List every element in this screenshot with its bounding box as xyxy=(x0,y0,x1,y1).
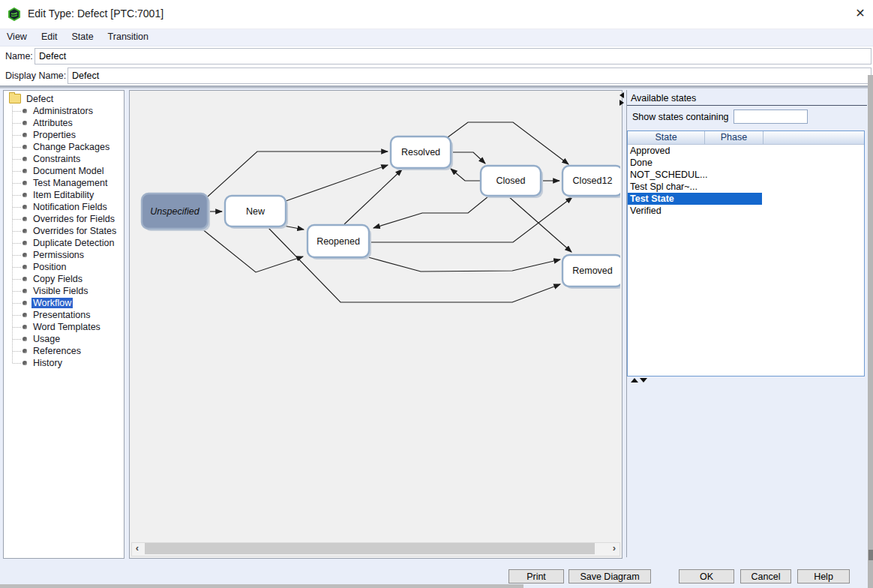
transition-new-to-resolved[interactable] xyxy=(286,165,388,201)
tree-item-visible-fields[interactable]: Visible Fields xyxy=(4,285,124,297)
menu-view[interactable]: View xyxy=(0,29,34,42)
svg-text:Reopened: Reopened xyxy=(316,236,360,247)
cancel-button[interactable]: Cancel xyxy=(740,569,791,584)
scroll-right-icon[interactable]: › xyxy=(609,543,620,554)
name-label: Name: xyxy=(5,51,33,62)
splitter-expand-right-icon[interactable] xyxy=(620,100,624,106)
tree-item-position[interactable]: Position xyxy=(4,261,124,273)
diagram-horizontal-scrollbar[interactable]: ‹ › xyxy=(131,542,620,556)
state-node-closed[interactable]: Closed xyxy=(481,166,543,198)
type-tree-panel: DefectAdministratorsAttributesProperties… xyxy=(3,90,124,559)
tree-item-test-management[interactable]: Test Management xyxy=(4,177,124,189)
tree-item-workflow[interactable]: Workflow xyxy=(4,297,124,309)
bullet-icon xyxy=(22,265,27,269)
save-diagram-button[interactable]: Save Diagram xyxy=(568,569,651,584)
bullet-icon xyxy=(22,337,27,341)
tree-item-attributes[interactable]: Attributes xyxy=(4,117,124,129)
state-node-resolved[interactable]: Resolved xyxy=(391,136,453,170)
menu-edit[interactable]: Edit xyxy=(34,29,65,42)
header-underline xyxy=(627,105,867,106)
available-states-panel: Available states Show states containing … xyxy=(626,90,867,557)
tree-item-overrides-for-fields[interactable]: Overrides for Fields xyxy=(4,213,124,225)
svg-text:Unspecified: Unspecified xyxy=(150,206,200,217)
tree-item-administrators[interactable]: Administrators xyxy=(4,105,124,117)
bullet-icon xyxy=(22,313,27,317)
tree-item-document-model[interactable]: Document Model xyxy=(4,165,124,177)
help-button[interactable]: Help xyxy=(797,569,850,584)
tree-item-properties[interactable]: Properties xyxy=(4,129,124,141)
name-input[interactable] xyxy=(34,48,872,64)
state-node-reopened[interactable]: Reopened xyxy=(308,225,371,260)
states-filter-input[interactable] xyxy=(734,110,808,124)
transition-resolved-to-closed12[interactable] xyxy=(448,122,568,164)
tree-item-copy-fields[interactable]: Copy Fields xyxy=(4,273,124,285)
filter-label: Show states containing xyxy=(632,112,729,122)
print-button[interactable]: Print xyxy=(508,569,564,584)
window-edge-strip xyxy=(868,75,873,588)
tree-item-permissions[interactable]: Permissions xyxy=(4,249,124,261)
state-row-approved[interactable]: Approved xyxy=(628,145,864,157)
state-node-unspecified[interactable]: Unspecified xyxy=(142,194,210,231)
tree-item-change-packages[interactable]: Change Packages xyxy=(4,141,124,153)
available-states-title: Available states xyxy=(631,93,696,104)
bullet-icon xyxy=(22,253,27,257)
tree-item-presentations[interactable]: Presentations xyxy=(4,309,124,321)
title-bar: Edit Type: Defect [PTC:7001] ✕ xyxy=(0,0,873,29)
workflow-diagram-panel[interactable]: UnspecifiedNewReopenedResolvedClosedClos… xyxy=(129,90,622,559)
bullet-icon xyxy=(22,325,27,329)
transition-reopened-to-removed[interactable] xyxy=(368,257,560,272)
bullet-icon xyxy=(22,217,27,221)
state-row-verified[interactable]: Verified xyxy=(628,205,864,217)
svg-text:Removed: Removed xyxy=(572,266,613,276)
tree-item-constraints[interactable]: Constraints xyxy=(4,153,124,165)
state-node-closed12[interactable]: Closed12 xyxy=(562,166,620,198)
tree-item-usage[interactable]: Usage xyxy=(4,333,124,345)
state-row-test-spl-char[interactable]: Test Spl char~... xyxy=(628,181,864,193)
tree-item-word-templates[interactable]: Word Templates xyxy=(4,321,124,333)
ok-button[interactable]: OK xyxy=(679,569,734,584)
display-name-label: Display Name: xyxy=(5,70,66,81)
transition-unspecified-to-reopened[interactable] xyxy=(202,229,303,272)
column-header-state[interactable]: State xyxy=(628,131,705,144)
splitter-collapse-left-icon[interactable] xyxy=(620,92,624,98)
bullet-icon xyxy=(22,349,27,353)
menu-transition[interactable]: Transition xyxy=(101,29,156,42)
state-row-done[interactable]: Done xyxy=(628,157,864,169)
bullet-icon xyxy=(22,109,27,113)
tree-item-references[interactable]: References xyxy=(4,345,124,357)
scrollbar-thumb[interactable] xyxy=(145,543,595,554)
state-node-removed[interactable]: Removed xyxy=(562,255,620,289)
folder-icon xyxy=(9,94,21,104)
transition-unspecified-to-resolved[interactable] xyxy=(208,152,388,196)
scroll-left-icon[interactable]: ‹ xyxy=(132,543,142,554)
splitter-up-icon[interactable] xyxy=(631,378,638,382)
transition-new-to-reopened[interactable] xyxy=(284,226,304,230)
transition-closed-to-resolved[interactable] xyxy=(451,169,480,181)
menu-state[interactable]: State xyxy=(64,29,100,42)
bullet-icon xyxy=(22,241,27,245)
window-bottom-strip xyxy=(0,584,524,588)
tree-item-item-editability[interactable]: Item Editability xyxy=(4,189,124,201)
svg-text:Closed12: Closed12 xyxy=(573,176,613,186)
tree-item-history[interactable]: History xyxy=(4,357,124,369)
tree-item-duplicate-detection[interactable]: Duplicate Detection xyxy=(4,237,124,249)
close-button[interactable]: ✕ xyxy=(852,5,868,22)
transition-resolved-to-closed[interactable] xyxy=(452,152,485,164)
state-row-test-state[interactable]: Test State xyxy=(628,193,762,205)
splitter-down-icon[interactable] xyxy=(640,378,647,382)
transition-closed-to-reopened[interactable] xyxy=(374,196,488,228)
bullet-icon xyxy=(22,121,27,125)
window-title: Edit Type: Defect [PTC:7001] xyxy=(28,8,164,20)
bullet-icon xyxy=(22,361,27,365)
tree-root[interactable]: Defect xyxy=(4,93,124,105)
state-node-new[interactable]: New xyxy=(225,196,288,229)
tree-item-overrides-for-states[interactable]: Overrides for States xyxy=(4,225,124,237)
column-header-phase[interactable]: Phase xyxy=(705,131,764,144)
workflow-diagram: UnspecifiedNewReopenedResolvedClosedClos… xyxy=(130,91,620,541)
display-name-input[interactable] xyxy=(68,68,872,84)
state-row-not-schedul[interactable]: NOT_SCHEDUL... xyxy=(628,169,864,181)
tree-item-notification-fields[interactable]: Notification Fields xyxy=(4,201,124,213)
bullet-icon xyxy=(22,277,27,281)
menu-bar: ViewEditStateTransition xyxy=(0,29,873,46)
tree-root-label[interactable]: Defect xyxy=(25,94,55,104)
